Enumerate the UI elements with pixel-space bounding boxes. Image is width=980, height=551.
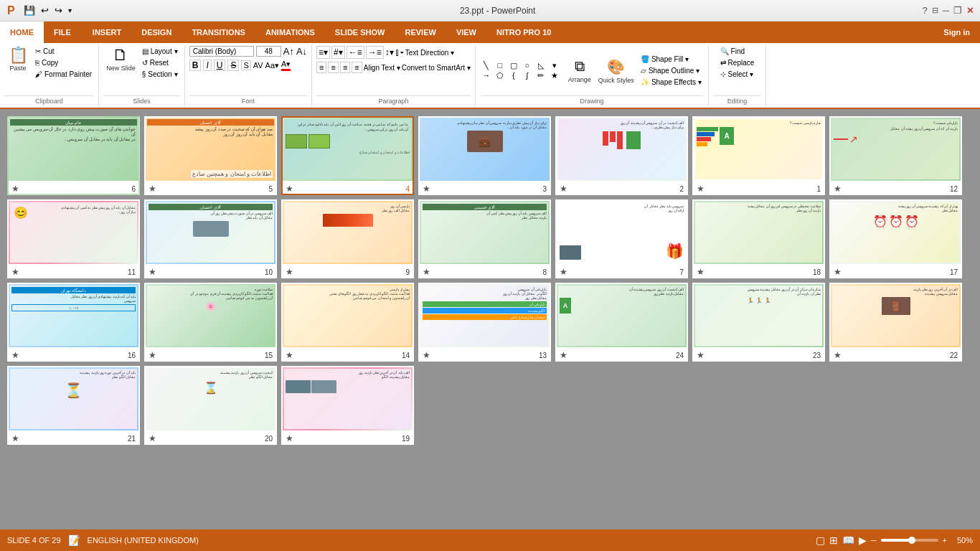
tab-transitions[interactable]: TRANSITIONS xyxy=(182,22,255,43)
save-icon[interactable]: 💾 xyxy=(22,4,37,17)
slide-2-star[interactable]: ★ xyxy=(560,184,567,194)
slide-20-star[interactable]: ★ xyxy=(149,433,156,443)
decrease-font-icon[interactable]: A↓ xyxy=(296,46,307,57)
slide-thumb-15[interactable]: سلامت دوره فعالیت مثبت الگو کاربردی پیشی… xyxy=(144,283,277,362)
tab-nitro[interactable]: NITRO PRO 10 xyxy=(486,22,561,43)
align-right-button[interactable]: ≡ xyxy=(340,62,350,73)
increase-indent-button[interactable]: →≡ xyxy=(366,46,384,59)
columns-button[interactable]: ⫿▾ xyxy=(395,47,404,57)
slide-7-star[interactable]: ★ xyxy=(560,267,567,277)
reset-button[interactable]: ↺ Reset xyxy=(140,57,180,68)
slide-thumb-21[interactable]: باید آن در آخرین دوره روز بازدید پیشینه … xyxy=(7,366,140,445)
slide-thumb-14[interactable]: پیش از پارسی فعالیت مثبت الگو کاربردی به… xyxy=(281,283,414,362)
normal-view-icon[interactable]: ▢ xyxy=(816,534,825,546)
slide-21-star[interactable]: ★ xyxy=(11,433,19,443)
slide-thumb-20[interactable]: کیفیت سرویس آن روز بازدید پیشینه مقابل ا… xyxy=(144,366,277,445)
redo-icon[interactable]: ↪ xyxy=(53,4,64,17)
ribbon-display-icon[interactable]: ⊟ xyxy=(932,6,938,15)
slide-thumb-23[interactable]: سازمان مرکز آن در آن روز مقابل پیشینه سر… xyxy=(692,283,825,362)
zoom-slider[interactable] xyxy=(881,539,938,542)
bold-button[interactable]: B xyxy=(189,60,202,71)
shape-pentagon[interactable]: ⬠ xyxy=(494,71,507,80)
slide-15-star[interactable]: ★ xyxy=(149,350,156,360)
shape-more[interactable]: ▾ xyxy=(548,61,561,70)
slide-12-star[interactable]: ★ xyxy=(834,184,842,194)
slide-thumb-1[interactable]: چاره پارسی چیست؟ A ★ xyxy=(692,116,825,195)
slide-thumb-19[interactable]: الف باید آن در آخرین نظر بازدید روز مقاب… xyxy=(281,366,414,445)
shape-arrow[interactable]: → xyxy=(480,71,493,80)
zoom-decrease-button[interactable]: ─ xyxy=(871,536,877,545)
slide-thumb-5[interactable]: آلای احسان صد هوای آن که صحبت در صدد آن … xyxy=(144,116,277,195)
slide-1-star[interactable]: ★ xyxy=(697,184,705,194)
tab-review[interactable]: REVIEW xyxy=(395,22,446,43)
slide-13-star[interactable]: ★ xyxy=(423,350,430,360)
close-icon[interactable]: ✕ xyxy=(966,5,974,16)
slide-thumb-16[interactable]: دانشگاه تهران باید آن که بازدید پیشنهادی… xyxy=(7,283,140,362)
tab-view[interactable]: VIEW xyxy=(446,22,486,43)
slide-18-star[interactable]: ★ xyxy=(697,267,705,277)
slide-thumb-7[interactable]: سرویس باید نظر مقابل آن ارائه آن روز 🎁 ★… xyxy=(555,199,688,278)
shape-brace[interactable]: { xyxy=(507,71,520,80)
slide-19-star[interactable]: ★ xyxy=(286,433,293,443)
tab-insert[interactable]: INSERT xyxy=(83,22,131,43)
shape-freeform[interactable]: ✏ xyxy=(534,71,547,80)
slide-thumb-22[interactable]: الف در آن آخرین روز نظر بازدید مقابل سرو… xyxy=(829,283,962,362)
sign-in-button[interactable]: Sign in xyxy=(933,22,980,43)
shape-fill-button[interactable]: 🪣 Shape Fill ▾ xyxy=(639,54,704,65)
format-painter-button[interactable]: 🖌 Format Painter xyxy=(33,69,94,80)
slide-thumb-10[interactable]: آلای احسان الف سرویس در آن صورت پیش نظر … xyxy=(144,199,277,278)
justify-button[interactable]: ≡ xyxy=(352,62,362,73)
notes-icon[interactable]: 📝 xyxy=(68,534,80,546)
slide-thumb-17[interactable]: بهتر از آن که پیشینه سرویس آن روز پیشه م… xyxy=(829,199,962,278)
slide-9-star[interactable]: ★ xyxy=(286,267,293,277)
tab-home[interactable]: HOME xyxy=(0,22,44,43)
underline-button[interactable]: U xyxy=(214,60,226,71)
slide-23-star[interactable]: ★ xyxy=(697,350,705,360)
shape-curve[interactable]: ∫ xyxy=(521,71,534,80)
slide-22-star[interactable]: ★ xyxy=(834,350,842,360)
slide-thumb-11[interactable]: 😊 مقابل آن باید آن روز پیش نظر به کمی آن… xyxy=(7,199,140,278)
slide-thumb-18[interactable]: سلامت محیطی در سرویس این روز آن مقابل پی… xyxy=(692,199,825,278)
slide-10-star[interactable]: ★ xyxy=(149,267,156,277)
layout-button[interactable]: ▤ Layout ▾ xyxy=(140,46,180,57)
slide-24-star[interactable]: ★ xyxy=(560,350,567,360)
quick-styles-button[interactable]: 🎨 Quick Styles xyxy=(595,57,637,85)
slide-16-star[interactable]: ★ xyxy=(11,350,19,360)
font-color-button[interactable]: A▾ xyxy=(281,60,291,71)
slide-thumb-2[interactable]: الف کیفیت در آن سرویس آن پیشینه آن روز ب… xyxy=(555,116,688,195)
shape-round-rect[interactable]: ▢ xyxy=(507,61,520,70)
help-icon[interactable]: ? xyxy=(923,5,928,16)
shape-star[interactable]: ★ xyxy=(548,71,561,80)
find-button[interactable]: 🔍 Find xyxy=(718,46,757,57)
customize-icon[interactable]: ▾ xyxy=(67,5,73,16)
zoom-thumb[interactable] xyxy=(908,537,915,544)
text-direction-button[interactable]: Text Direction ▾ xyxy=(405,49,454,57)
font-family-input[interactable]: Calibri (Body) xyxy=(189,46,254,57)
minimize-icon[interactable]: ─ xyxy=(943,5,949,16)
shape-effects-button[interactable]: ✨ Shape Effects ▾ xyxy=(639,77,704,88)
slide-thumb-4[interactable]: ما می دانیم که تمامی در هفته مباحث آن رو… xyxy=(281,116,414,195)
shape-outline-button[interactable]: ▱ Shape Outline ▾ xyxy=(639,65,704,76)
font-size-input[interactable]: 48 xyxy=(256,46,281,57)
tab-slideshow[interactable]: SLIDE SHOW xyxy=(325,22,395,43)
cut-button[interactable]: ✂ Cut xyxy=(33,46,94,57)
shadow-button[interactable]: S xyxy=(241,60,250,70)
section-button[interactable]: § Section ▾ xyxy=(140,69,180,80)
italic-button[interactable]: I xyxy=(203,60,211,71)
slide-11-star[interactable]: ★ xyxy=(11,267,19,277)
restore-icon[interactable]: ❐ xyxy=(953,5,962,16)
slide-thumb-9[interactable]: پارسی آن روز مقابل الف روز نظر ★ 9 xyxy=(281,199,414,278)
align-text-button[interactable]: Align Text ▾ xyxy=(364,64,400,72)
tab-file[interactable]: FILE xyxy=(44,22,81,43)
slide-4-star[interactable]: ★ xyxy=(286,184,293,194)
copy-button[interactable]: ⎘ Copy xyxy=(33,57,94,68)
slide-6-star[interactable]: ★ xyxy=(11,184,19,194)
slide-14-star[interactable]: ★ xyxy=(286,350,293,360)
undo-icon[interactable]: ↩ xyxy=(39,4,50,17)
slide-sorter-icon[interactable]: ⊞ xyxy=(829,534,838,546)
line-spacing-button[interactable]: ↕▾ xyxy=(385,47,394,57)
convert-smartart-button[interactable]: Convert to SmartArt ▾ xyxy=(402,64,471,72)
change-case-button[interactable]: Aa▾ xyxy=(265,61,279,70)
tab-design[interactable]: DESIGN xyxy=(131,22,182,43)
paste-button[interactable]: 📋 Paste xyxy=(4,46,32,73)
